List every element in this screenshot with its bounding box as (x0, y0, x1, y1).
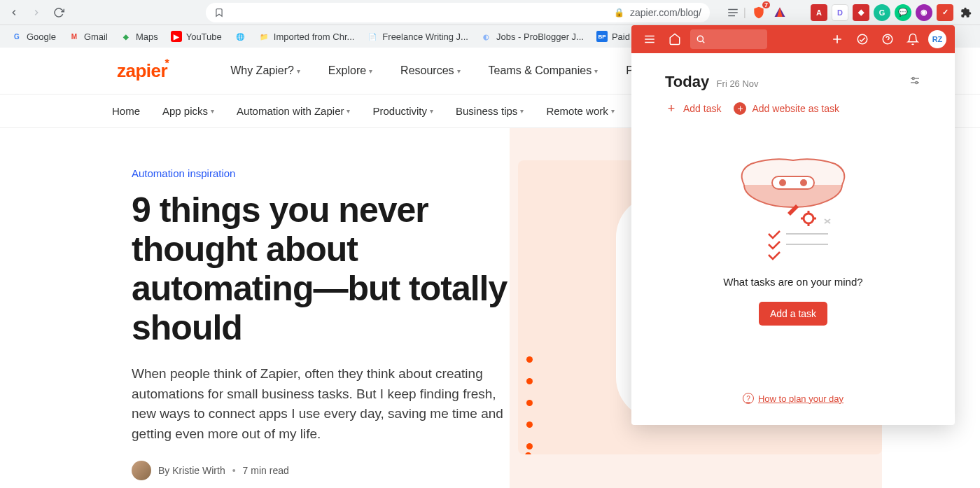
chevron-down-icon: ▾ (430, 107, 433, 115)
bookmark-imported[interactable]: 📁Imported from Chr... (253, 28, 360, 45)
ext-purple-icon[interactable]: ◉ (916, 4, 932, 21)
nav-explore[interactable]: Explore▾ (328, 64, 372, 77)
productivity-icon[interactable] (853, 29, 872, 49)
ext-d-icon[interactable]: D (832, 4, 848, 21)
add-task-button[interactable]: Add a task (759, 302, 827, 326)
bookmark-globe[interactable]: 🌐 (229, 28, 251, 45)
brave-shields-icon[interactable]: 7 (750, 4, 767, 21)
chevron-down-icon: ▾ (297, 67, 300, 75)
empty-state: What tasks are on your mind? Add a task (665, 136, 921, 391)
author-name: By Kristie Wirth (158, 465, 225, 476)
user-avatar[interactable]: RZ (928, 30, 946, 48)
subnav-business[interactable]: Business tips▾ (456, 105, 524, 117)
nav-teams[interactable]: Teams & Companies▾ (489, 64, 598, 77)
extensions-menu-icon[interactable] (958, 4, 974, 21)
todoist-panel: RZ Today Fri 26 Nov + Add task + Add web… (631, 25, 955, 425)
svg-point-16 (916, 82, 918, 84)
bookmark-problogger[interactable]: ◐Jobs - ProBlogger J... (475, 28, 589, 45)
svg-point-20 (800, 179, 807, 186)
bookmark-icon[interactable] (214, 8, 224, 18)
bookmark-gmail[interactable]: MGmail (63, 28, 113, 45)
svg-point-21 (804, 214, 813, 223)
reload-button[interactable] (50, 4, 67, 21)
back-button[interactable] (6, 4, 22, 21)
subnav-remote[interactable]: Remote work▾ (546, 105, 614, 117)
zapier-logo[interactable]: zapier (117, 60, 167, 82)
address-bar[interactable]: 🔒 zapier.com/blog/ (206, 3, 710, 22)
todoist-search[interactable] (690, 29, 767, 49)
lock-icon: 🔒 (614, 8, 624, 18)
svg-point-6 (697, 36, 703, 41)
article-byline: By Kristie Wirth • 7 min read (132, 461, 510, 480)
nav-resources[interactable]: Resources▾ (400, 64, 460, 77)
chevron-down-icon: ▾ (457, 67, 461, 75)
chevron-down-icon: ▾ (346, 107, 350, 115)
menu-icon[interactable] (640, 29, 659, 49)
browser-toolbar: 🔒 zapier.com/blog/ | 7 A D ◆ G 💬 ◉ ✓ (0, 0, 980, 25)
plus-filled-icon: + (734, 102, 746, 115)
svg-rect-18 (772, 176, 814, 189)
empty-prompt-text: What tasks are on your mind? (723, 276, 862, 288)
url-text: zapier.com/blog/ (630, 7, 701, 18)
ext-todoist-icon[interactable]: ✓ (937, 4, 953, 21)
article-headline: 9 things you never thought about automat… (132, 190, 510, 347)
svg-point-15 (912, 78, 914, 80)
todoist-view-title: Today (665, 73, 709, 90)
add-task-action[interactable]: + Add task (665, 102, 721, 115)
add-icon[interactable] (827, 29, 847, 49)
bookmark-google[interactable]: GGoogle (6, 28, 62, 45)
chevron-down-icon: ▾ (594, 67, 598, 75)
view-options-icon[interactable] (909, 74, 921, 87)
subnav-home[interactable]: Home (112, 105, 140, 117)
brave-rewards-icon[interactable] (771, 4, 788, 21)
subnav-productivity[interactable]: Productivity▾ (372, 105, 433, 117)
notifications-icon[interactable] (903, 29, 923, 49)
forward-button[interactable] (28, 4, 45, 21)
ext-shield-icon[interactable]: ◆ (853, 4, 869, 21)
home-icon[interactable] (665, 29, 685, 49)
reader-icon[interactable] (727, 6, 739, 19)
extension-icons: | 7 A D ◆ G 💬 ◉ ✓ (727, 4, 974, 21)
add-website-action[interactable]: + Add website as task (734, 102, 839, 115)
read-time: 7 min read (243, 465, 289, 476)
chevron-down-icon: ▾ (211, 107, 214, 115)
bookmark-youtube[interactable]: ▶YouTube (165, 28, 227, 45)
nav-why-zapier[interactable]: Why Zapier?▾ (230, 64, 300, 77)
svg-point-19 (779, 179, 786, 186)
ext-chat-icon[interactable]: 💬 (895, 4, 911, 21)
article-category[interactable]: Automation inspiration (132, 167, 510, 179)
todoist-date: Fri 26 Nov (717, 78, 759, 89)
chevron-down-icon: ▾ (369, 67, 372, 75)
plus-icon: + (665, 102, 678, 115)
ext-grammarly-icon[interactable]: G (874, 4, 890, 21)
bookmark-freelance[interactable]: 📄Freelance Writing J... (361, 28, 474, 45)
author-avatar (132, 461, 151, 480)
bookmark-maps[interactable]: ◆Maps (115, 28, 164, 45)
help-icon[interactable] (878, 29, 897, 49)
search-icon (696, 34, 706, 44)
help-link[interactable]: ? How to plan your day (743, 393, 844, 404)
chevron-down-icon: ▾ (611, 107, 615, 115)
svg-point-10 (858, 34, 867, 44)
question-icon: ? (743, 393, 754, 404)
ext-pdf-icon[interactable]: A (811, 4, 827, 21)
empty-illustration (730, 143, 856, 262)
article-lede: When people think of Zapier, often they … (132, 364, 510, 444)
subnav-automation[interactable]: Automation with Zapier▾ (237, 105, 350, 117)
chevron-down-icon: ▾ (520, 107, 524, 115)
svg-line-7 (703, 41, 705, 43)
subnav-app-picks[interactable]: App picks▾ (162, 105, 214, 117)
todoist-header: RZ (631, 25, 955, 53)
